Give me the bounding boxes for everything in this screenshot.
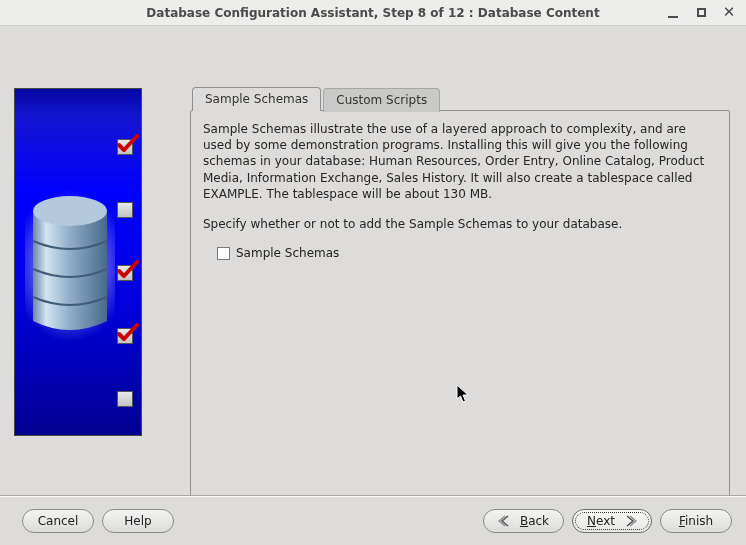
database-icon [25, 191, 115, 341]
wizard-step-check-3 [117, 265, 133, 281]
tab-sample-schemas[interactable]: Sample Schemas [192, 87, 321, 111]
chevron-left-icon [498, 515, 514, 527]
sample-schemas-label[interactable]: Sample Schemas [236, 246, 339, 260]
window-controls: ✕ [666, 6, 736, 20]
wizard-step-check-5 [117, 391, 133, 407]
sample-schemas-row: Sample Schemas [217, 246, 717, 260]
panel-description-2: Specify whether or not to add the Sample… [203, 216, 717, 232]
chevron-right-icon [621, 515, 637, 527]
panel-description-1: Sample Schemas illustrate the use of a l… [203, 121, 717, 202]
content-area: Sample Schemas Custom Scripts Sample Sch… [0, 26, 746, 495]
back-button[interactable]: Back [483, 509, 564, 533]
svg-point-1 [33, 196, 107, 226]
cancel-button[interactable]: Cancel [22, 509, 94, 533]
maximize-icon[interactable] [694, 6, 708, 20]
wizard-step-check-4 [117, 328, 133, 344]
wizard-graphic [14, 88, 142, 436]
back-label-rest: ack [528, 514, 549, 528]
next-label-rest: ext [596, 514, 615, 528]
help-button[interactable]: Help [102, 509, 174, 533]
back-mnemonic: B [520, 514, 528, 528]
wizard-checklist [117, 139, 133, 407]
sample-schemas-checkbox[interactable] [217, 247, 230, 260]
finish-button[interactable]: Finish [660, 509, 732, 533]
wizard-step-check-2 [117, 202, 133, 218]
tabstrip: Sample Schemas Custom Scripts [192, 86, 442, 110]
tab-custom-scripts[interactable]: Custom Scripts [323, 88, 440, 112]
next-mnemonic: N [587, 514, 596, 528]
finish-label-rest: inish [685, 514, 713, 528]
window-title: Database Configuration Assistant, Step 8… [0, 6, 746, 20]
wizard-step-check-1 [117, 139, 133, 155]
tab-panel: Sample Schemas illustrate the use of a l… [190, 110, 730, 508]
titlebar: Database Configuration Assistant, Step 8… [0, 0, 746, 26]
button-bar: Cancel Help Back Next Finish [0, 495, 746, 545]
close-icon[interactable]: ✕ [722, 6, 736, 20]
minimize-icon[interactable] [666, 6, 680, 20]
next-button[interactable]: Next [572, 509, 652, 533]
